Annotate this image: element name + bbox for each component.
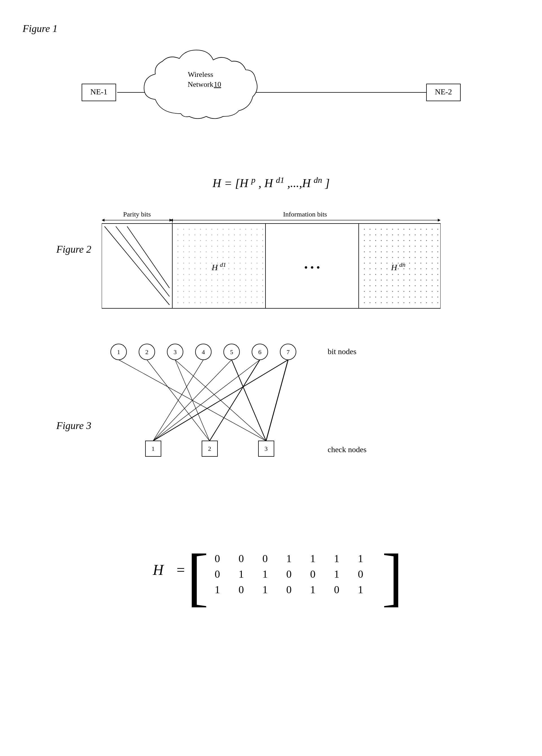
- svg-text:check nodes: check nodes: [327, 445, 366, 454]
- svg-text:10: 10: [214, 80, 221, 88]
- figure3-label: Figure 3: [57, 420, 92, 432]
- figure2-section: H = [H p , H d1 ,...,H dn ] Figure 2 Par…: [23, 170, 519, 312]
- svg-line-66: [266, 360, 288, 441]
- svg-line-65: [232, 360, 266, 441]
- figure2-label: Figure 2: [57, 243, 92, 255]
- figure3-section: Figure 3 1 2 3 4 5: [23, 341, 519, 608]
- formula-h: H = [H p , H d1 ,...,H dn ]: [23, 170, 519, 195]
- svg-marker-1: [429, 90, 435, 94]
- figure1-diagram: Wireless Network 10 NE-1 NE-2: [73, 40, 469, 148]
- svg-line-60: [147, 360, 210, 441]
- figure3-container: Figure 3 1 2 3 4 5: [102, 341, 441, 608]
- svg-text:H = [H
          p
          ,: H = [H p , H d1 ,...,H dn ]: [212, 172, 329, 190]
- figure1-section: Figure 1 Wireless Network 10: [23, 23, 519, 148]
- svg-text:Information bits: Information bits: [283, 211, 327, 218]
- svg-text:1: 1: [151, 445, 155, 452]
- figure2-svg: Parity bits Information bits: [102, 209, 441, 311]
- svg-text:0  1  1  0  0  1  0: 0 1 1 0 0 1 0: [215, 568, 371, 580]
- h-matrix-section: H = [ ] 0 0 0 1 1 1 1 0 1 1 0 0 1 0: [102, 534, 441, 608]
- svg-text:1  0  1  0  1  0  1: 1 0 1 0 1 0 1: [215, 584, 371, 595]
- svg-text:3: 3: [265, 445, 268, 452]
- svg-text:3: 3: [174, 348, 177, 356]
- svg-text:Parity bits: Parity bits: [123, 211, 151, 218]
- svg-text:7: 7: [286, 348, 289, 356]
- figure2-container: Figure 2 Parity bits Information bits: [102, 209, 441, 312]
- figure1-svg: Wireless Network 10 NE-1 NE-2: [73, 40, 469, 148]
- svg-text:2: 2: [145, 348, 148, 356]
- svg-rect-7: [426, 84, 460, 101]
- h-matrix-svg: H = [ ] 0 0 0 1 1 1 1 0 1 1 0 0 1 0: [144, 534, 398, 607]
- svg-text:4: 4: [202, 348, 205, 356]
- formula-svg: H = [H p , H d1 ,...,H dn ]: [172, 170, 370, 193]
- svg-text:bit nodes: bit nodes: [327, 347, 356, 356]
- svg-text:H: H: [153, 562, 164, 578]
- svg-text:=: =: [177, 562, 185, 578]
- svg-text:2: 2: [208, 445, 211, 452]
- svg-marker-17: [170, 219, 173, 222]
- svg-text:NE-2: NE-2: [435, 87, 452, 96]
- svg-text:NE-1: NE-1: [90, 87, 107, 96]
- svg-marker-18: [438, 219, 441, 222]
- svg-rect-5: [82, 84, 116, 101]
- svg-text:]: ]: [381, 541, 398, 607]
- svg-text:• • •: • • •: [304, 262, 320, 273]
- svg-text:5: 5: [230, 348, 233, 356]
- figure3-svg: 1 2 3 4 5 6 7 bit nodes: [102, 341, 412, 510]
- svg-rect-33: [359, 224, 440, 308]
- page: Figure 1 Wireless Network 10: [0, 0, 542, 756]
- svg-text:6: 6: [258, 348, 261, 356]
- svg-marker-12: [102, 219, 105, 222]
- svg-text:Wireless: Wireless: [188, 70, 213, 79]
- svg-text:0  0  0  1  1  1  1: 0 0 0 1 1 1 1: [215, 553, 371, 564]
- svg-text:Network: Network: [188, 80, 213, 88]
- svg-text:[: [: [187, 541, 209, 607]
- figure1-label: Figure 1: [23, 23, 519, 34]
- svg-text:1: 1: [117, 348, 120, 356]
